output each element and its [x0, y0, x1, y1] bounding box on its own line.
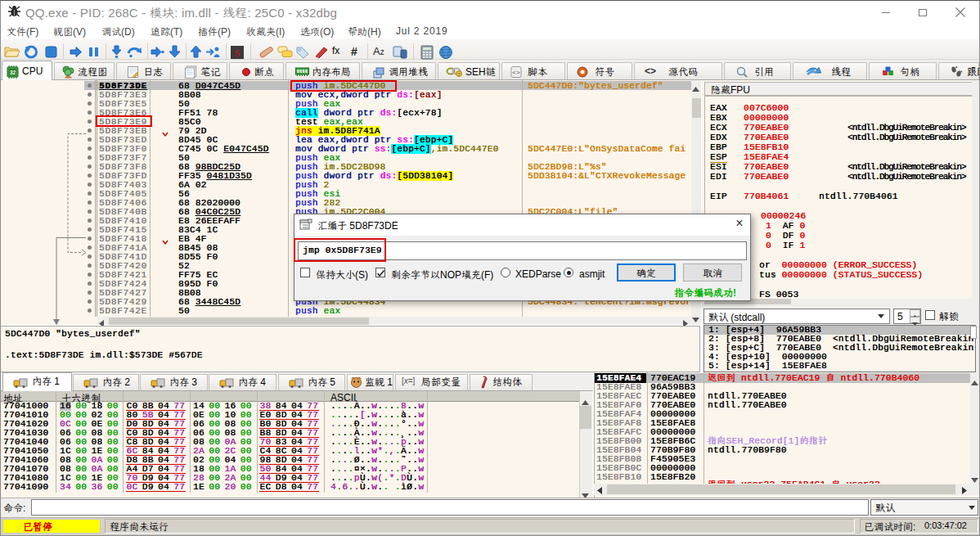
svg-text:S: S — [235, 47, 241, 59]
svg-text:32: 32 — [10, 70, 16, 75]
svg-text:<>: <> — [512, 69, 520, 76]
